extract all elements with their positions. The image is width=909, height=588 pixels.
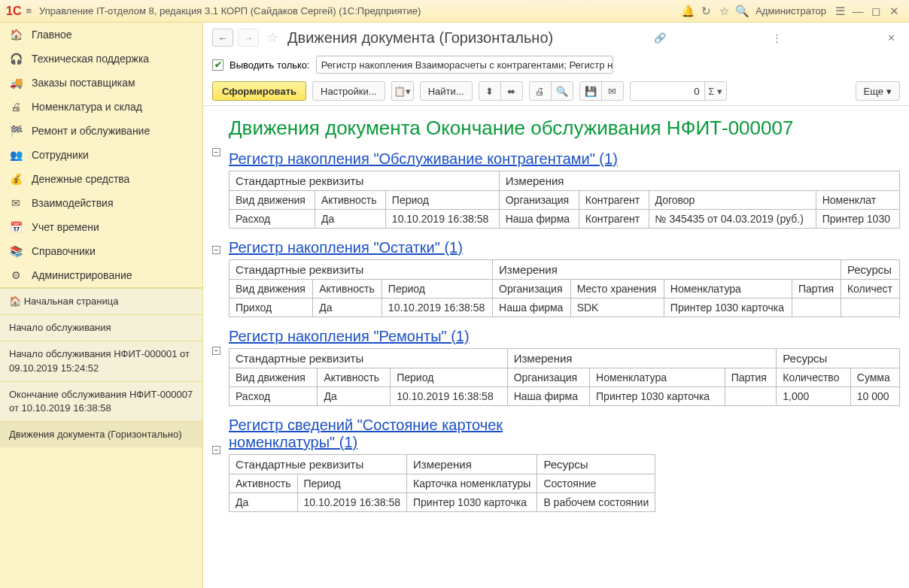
collapse-node-icon[interactable]: − — [212, 347, 220, 355]
user-label[interactable]: Администратор — [755, 5, 826, 17]
content: ← → ☆ Движения документа (Горизонтально)… — [203, 23, 909, 588]
register-table: Стандартные реквизитыИзмеренияРесурсы Ак… — [229, 454, 655, 512]
table-row[interactable]: РасходДа10.10.2019 16:38:58 Наша фирмаПр… — [230, 387, 900, 406]
truck-icon: 🚚 — [9, 77, 23, 89]
open-doc-current[interactable]: Движения документа (Горизонтально) — [0, 421, 202, 447]
logo-1c: 1С — [6, 5, 21, 18]
maximize-icon[interactable]: ◻ — [867, 5, 885, 18]
register-link[interactable]: Регистр накопления "Ремонты" (1) — [229, 328, 470, 345]
page-title: Движения документа (Горизонтально) — [287, 29, 553, 47]
register-table: Стандартные реквизитыИзмеренияРесурсы Ви… — [229, 348, 900, 406]
register-link[interactable]: Регистр накопления "Остатки" (1) — [229, 239, 463, 256]
register-block-4: Регистр сведений "Состояние карточек ном… — [229, 417, 900, 512]
forward-button[interactable]: → — [238, 29, 259, 47]
filter-checkbox[interactable]: ✔ — [212, 59, 223, 71]
titlebar: 1С ≡ Управление IT-отделом 8, редакция 3… — [0, 0, 909, 23]
print-button[interactable]: 🖨 — [529, 81, 552, 101]
panel-icon[interactable]: ☰ — [831, 5, 849, 18]
sum-button[interactable]: Σ ▾ — [704, 81, 727, 101]
preview-button[interactable]: 🔍 — [551, 81, 573, 101]
settings-button[interactable]: Настройки... — [312, 81, 385, 101]
home-icon: 🏠 — [9, 29, 23, 41]
search-icon[interactable]: 🔍 — [733, 5, 751, 18]
register-block-1: Регистр накопления "Обслуживание контраг… — [229, 150, 900, 229]
users-icon: 👥 — [9, 149, 23, 161]
close-icon[interactable]: ✕ — [885, 5, 903, 18]
send-button[interactable]: ✉ — [601, 81, 624, 101]
sidebar: 🏠Главное 🎧Техническая поддержка 🚚Заказы … — [0, 23, 203, 588]
toolbar: Сформировать Настройки... 📋▾ Найти... ⬍ … — [203, 77, 909, 105]
star-icon[interactable]: ☆ — [715, 5, 733, 18]
link-icon[interactable]: 🔗 — [649, 32, 670, 44]
collapse-node-icon[interactable]: − — [212, 148, 220, 156]
nav-repair[interactable]: 🏁Ремонт и обслуживание — [0, 119, 202, 143]
books-icon: 📚 — [9, 245, 23, 257]
printer-icon: 🖨 — [9, 101, 23, 113]
open-docs: 🏠 Начальная страница Начало обслуживания… — [0, 288, 202, 447]
filter-row: ✔ Выводить только: Регистр накопления Вз… — [203, 53, 909, 77]
gear-icon: ⚙ — [9, 269, 23, 281]
flag-icon: 🏁 — [9, 125, 23, 137]
table-row[interactable]: РасходДа10.10.2019 16:38:58 Наша фирмаКо… — [230, 210, 900, 229]
register-table: Стандартные реквизитыИзмеренияРесурсы Ви… — [229, 259, 900, 317]
tree-gutter: − − − − — [206, 112, 229, 523]
nav-time[interactable]: 📅Учет времени — [0, 215, 202, 239]
variants-button[interactable]: 📋▾ — [391, 81, 414, 101]
register-block-3: Регистр накопления "Ремонты" (1) Стандар… — [229, 328, 900, 406]
table-row[interactable]: ПриходДа10.10.2019 16:38:58 Наша фирмаSD… — [230, 299, 900, 317]
nav-admin[interactable]: ⚙Администрирование — [0, 263, 202, 287]
doc-header: ← → ☆ Движения документа (Горизонтально)… — [203, 23, 909, 53]
collapse-button[interactable]: ⬌ — [500, 81, 523, 101]
register-link[interactable]: Регистр накопления "Обслуживание контраг… — [229, 150, 618, 168]
open-doc-1[interactable]: Начало обслуживания — [0, 314, 202, 341]
nav-list: 🏠Главное 🎧Техническая поддержка 🚚Заказы … — [0, 23, 202, 287]
headset-icon: 🎧 — [9, 53, 23, 65]
app-title: Управление IT-отделом 8, редакция 3.1 КО… — [39, 5, 679, 17]
bell-icon[interactable]: 🔔 — [679, 5, 697, 18]
more-icon[interactable]: ⋮ — [768, 32, 786, 44]
register-table: Стандартные реквизитыИзмерения Вид движе… — [229, 171, 900, 229]
open-doc-3[interactable]: Окончание обслуживания НФИТ-000007 от 10… — [0, 381, 202, 421]
calendar-icon: 📅 — [9, 221, 23, 233]
register-block-2: Регистр накопления "Остатки" (1) Стандар… — [229, 239, 900, 317]
table-row[interactable]: Да10.10.2019 16:38:58Принтер 1030 карточ… — [230, 493, 655, 512]
filter-input[interactable]: Регистр накопления Взаиморасчеты с контр… — [316, 56, 613, 74]
find-button[interactable]: Найти... — [420, 81, 473, 101]
nav-staff[interactable]: 👥Сотрудники — [0, 143, 202, 167]
money-icon: 💰 — [9, 173, 23, 185]
nav-stock[interactable]: 🖨Номенклатура и склад — [0, 95, 202, 119]
nav-interactions[interactable]: ✉Взаимодействия — [0, 191, 202, 215]
minimize-icon[interactable]: — — [849, 5, 867, 17]
nav-support[interactable]: 🎧Техническая поддержка — [0, 47, 202, 71]
open-doc-home[interactable]: 🏠 Начальная страница — [0, 288, 202, 314]
close-doc-icon[interactable]: ✕ — [883, 32, 900, 44]
expand-button[interactable]: ⬍ — [479, 81, 501, 101]
nav-orders[interactable]: 🚚Заказы поставщикам — [0, 71, 202, 95]
nav-money[interactable]: 💰Денежные средства — [0, 167, 202, 191]
report-area[interactable]: − − − − Движения документа Окончание обс… — [203, 105, 909, 588]
menu-icon[interactable]: ≡ — [26, 5, 32, 17]
sum-input[interactable] — [630, 81, 705, 101]
report-title: Движения документа Окончание обслуживани… — [229, 117, 900, 140]
save-button[interactable]: 💾 — [579, 81, 602, 101]
mail-icon: ✉ — [9, 197, 23, 209]
nav-main[interactable]: 🏠Главное — [0, 23, 202, 47]
favorite-icon[interactable]: ☆ — [266, 29, 278, 46]
collapse-node-icon[interactable]: − — [212, 246, 220, 254]
nav-refs[interactable]: 📚Справочники — [0, 239, 202, 263]
open-doc-2[interactable]: Начало обслуживания НФИТ-000001 от 09.10… — [0, 341, 202, 380]
form-button[interactable]: Сформировать — [212, 81, 306, 101]
back-button[interactable]: ← — [212, 29, 233, 47]
collapse-node-icon[interactable]: − — [212, 446, 220, 454]
more-button[interactable]: Еще ▾ — [856, 81, 900, 101]
filter-label: Выводить только: — [230, 59, 310, 71]
register-link[interactable]: Регистр сведений "Состояние карточек ном… — [229, 417, 552, 451]
history-icon[interactable]: ↻ — [697, 5, 715, 18]
